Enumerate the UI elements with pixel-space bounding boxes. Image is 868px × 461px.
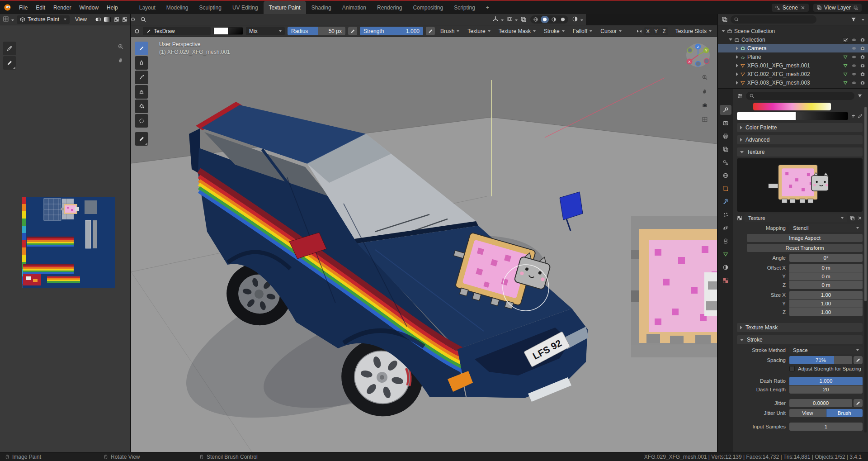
- hide-eye-icon[interactable]: [851, 80, 857, 86]
- size-x-field[interactable]: 1.00: [789, 291, 863, 299]
- scene-selector[interactable]: Scene: [772, 4, 809, 12]
- gizmo-x-handle[interactable]: X: [688, 60, 691, 64]
- disclosure-icon[interactable]: [736, 72, 738, 76]
- shading-solid-icon[interactable]: [541, 16, 549, 23]
- overlays-dropdown-icon[interactable]: [506, 16, 518, 24]
- tab-sculpting[interactable]: Sculpting: [194, 1, 227, 14]
- size-z-field[interactable]: 1.00: [789, 308, 863, 316]
- jitter-unit-brush-button[interactable]: Brush: [826, 409, 863, 417]
- outliner-item-label[interactable]: XFG.003_XFG_mesh.003: [747, 80, 810, 86]
- menu-render[interactable]: Render: [49, 1, 75, 14]
- offset-z-field[interactable]: 0 m: [789, 281, 863, 289]
- menu-window[interactable]: Window: [75, 1, 103, 14]
- viewport-3d[interactable]: LFS 92: [131, 37, 717, 452]
- collection-checkbox[interactable]: [843, 37, 848, 43]
- outliner-item-label[interactable]: Collection: [741, 37, 765, 43]
- ortho-toggle-button[interactable]: [700, 114, 710, 124]
- xray-toggle-icon[interactable]: [520, 16, 527, 23]
- viewport-canvas[interactable]: LFS 92: [131, 37, 717, 452]
- symmetry-x-toggle[interactable]: X: [644, 27, 652, 35]
- jitter-pressure-icon[interactable]: [854, 399, 863, 407]
- gizmo-neg-x-handle[interactable]: [704, 59, 709, 64]
- blender-logo-icon[interactable]: [0, 1, 15, 14]
- props-tab-modifiers[interactable]: [720, 197, 731, 207]
- texture-slots-dropdown[interactable]: Texture Slots: [673, 28, 714, 34]
- outliner-row-scene-collection[interactable]: Scene Collection: [718, 27, 868, 35]
- disclosure-icon[interactable]: [729, 38, 732, 41]
- properties-search[interactable]: [746, 92, 854, 100]
- brush-datablock[interactable]: TexDraw: [143, 27, 211, 35]
- gradient-icon[interactable]: [104, 17, 111, 22]
- color-picker-gradient[interactable]: [753, 103, 831, 110]
- zoom-button[interactable]: [700, 72, 710, 82]
- sample-tool-button[interactable]: [3, 42, 16, 55]
- jitter-field[interactable]: 0.0000: [789, 399, 852, 407]
- properties-search-input[interactable]: [757, 93, 851, 99]
- section-texture[interactable]: Texture: [737, 147, 863, 157]
- mask-tool-button[interactable]: [135, 114, 148, 128]
- menu-texture[interactable]: Texture: [465, 28, 493, 34]
- stroke-method-dropdown[interactable]: Space: [789, 346, 863, 354]
- outliner-row-plane[interactable]: Plane: [718, 52, 868, 61]
- props-tab-world[interactable]: [720, 171, 731, 181]
- radius-slider[interactable]: Radius 50 px: [288, 27, 345, 35]
- outliner-search[interactable]: [731, 15, 816, 24]
- secondary-color-swatch[interactable]: [228, 27, 243, 35]
- gizmo-neg-z-handle[interactable]: [696, 62, 701, 67]
- tab-compositing[interactable]: Compositing: [407, 1, 448, 14]
- disclosure-icon[interactable]: [736, 64, 738, 67]
- outliner-item-label[interactable]: Camera: [747, 45, 767, 52]
- render-visibility-icon[interactable]: [860, 46, 865, 51]
- outliner-item-label[interactable]: Plane: [747, 54, 761, 60]
- viewport-search-icon[interactable]: [140, 16, 146, 23]
- dash-ratio-slider[interactable]: 1.000: [789, 377, 863, 385]
- outliner-row-mesh-001[interactable]: XFG.001_XFG_mesh.001: [718, 61, 868, 70]
- strength-slider[interactable]: Strength 1.000: [360, 27, 423, 35]
- symmetry-z-toggle[interactable]: Z: [660, 27, 668, 35]
- paint-colors-icon[interactable]: [95, 16, 101, 23]
- secondary-color-field[interactable]: [797, 112, 848, 120]
- hide-eye-icon[interactable]: [851, 46, 857, 51]
- jitter-unit-view-button[interactable]: View: [789, 409, 826, 417]
- navigation-gizmo[interactable]: Z Y X: [685, 43, 711, 68]
- outliner-row-mesh-003[interactable]: XFG.003_XFG_mesh.003: [718, 78, 868, 87]
- section-advanced[interactable]: Advanced: [737, 135, 863, 144]
- viewport-editor-type-icon[interactable]: [3, 16, 14, 24]
- hide-eye-icon[interactable]: [851, 71, 857, 77]
- spacing-slider[interactable]: 71%: [789, 356, 852, 364]
- section-texture-mask[interactable]: Texture Mask: [737, 323, 863, 332]
- props-tab-texture[interactable]: [720, 276, 731, 285]
- new-view-layer-icon[interactable]: [853, 5, 859, 10]
- props-tab-physics[interactable]: [720, 223, 731, 233]
- stencil-overlay[interactable]: [631, 216, 717, 357]
- primary-color-swatch[interactable]: [213, 27, 228, 35]
- image-editor[interactable]: [0, 25, 130, 452]
- draw-tool-button[interactable]: [135, 42, 148, 55]
- shading-wireframe-icon[interactable]: [532, 16, 540, 23]
- soften-tool-button[interactable]: [135, 56, 148, 70]
- outliner-options-icon[interactable]: [859, 16, 864, 23]
- props-tab-view-layer[interactable]: [720, 144, 731, 154]
- properties-filter-icon[interactable]: [737, 93, 743, 99]
- sample-color-icon[interactable]: [857, 114, 863, 119]
- annotate-tool-button[interactable]: [3, 56, 16, 70]
- render-visibility-icon[interactable]: [860, 63, 865, 68]
- disclosure-icon[interactable]: [722, 30, 725, 32]
- menu-brush[interactable]: Brush: [438, 28, 462, 34]
- outliner-row-mesh-002[interactable]: XFG.002_XFG_mesh.002: [718, 70, 868, 78]
- gizmo-neg-y-handle[interactable]: [688, 48, 693, 53]
- render-preview-dropdown-icon[interactable]: [572, 16, 583, 24]
- props-tab-constraints[interactable]: [720, 236, 731, 246]
- hide-eye-icon[interactable]: [851, 63, 857, 68]
- texture-name-field[interactable]: Texture: [745, 214, 847, 222]
- tab-shading[interactable]: Shading: [306, 1, 337, 14]
- tab-uv-editing[interactable]: UV Editing: [227, 1, 264, 14]
- outliner-row-collection[interactable]: Collection: [718, 35, 868, 44]
- outliner-row-camera[interactable]: Camera: [718, 44, 868, 52]
- pan-button[interactable]: [700, 86, 710, 96]
- disclosure-icon[interactable]: [736, 55, 738, 59]
- props-tab-object[interactable]: [720, 184, 731, 194]
- outliner-search-input[interactable]: [741, 17, 813, 22]
- props-tab-scene[interactable]: [720, 157, 731, 167]
- menu-cursor[interactable]: Cursor: [598, 28, 624, 34]
